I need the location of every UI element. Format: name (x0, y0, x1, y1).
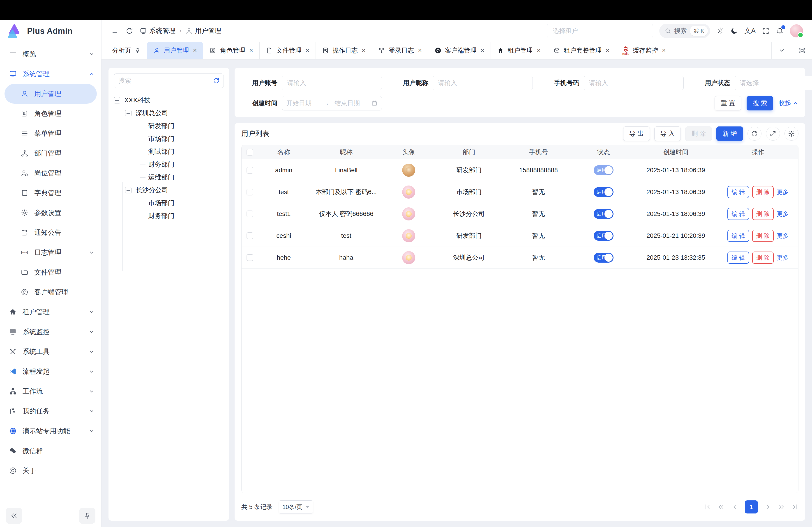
pin-icon[interactable] (135, 48, 141, 54)
close-icon[interactable]: × (362, 47, 365, 54)
collapse-filters-link[interactable]: 收起 (779, 99, 798, 107)
tree-node-shenzhen-hq[interactable]: 深圳总公司 (114, 107, 224, 119)
tree-refresh-button[interactable] (209, 74, 223, 88)
delete-button[interactable]: 删 除 (685, 126, 712, 141)
row-checkbox[interactable] (247, 189, 253, 195)
status-toggle[interactable]: 启用 (594, 253, 613, 262)
edit-button[interactable]: 编 辑 (727, 230, 749, 242)
translate-icon[interactable]: 文A (744, 26, 756, 35)
close-icon[interactable]: × (249, 47, 253, 54)
sidebar-item-wechat-group[interactable]: 微信群 (0, 441, 101, 461)
tab-file-management[interactable]: 文件管理 × (259, 42, 316, 59)
tree-search-input[interactable] (114, 74, 209, 88)
notification-bell-icon[interactable] (776, 27, 784, 35)
search-button[interactable]: 搜 索 (746, 96, 773, 110)
next-page-button[interactable] (765, 503, 771, 510)
settings-gear-icon[interactable] (716, 27, 724, 35)
tab-list-chevron-button[interactable] (771, 42, 792, 59)
select-all-checkbox[interactable] (247, 149, 253, 155)
delete-row-button[interactable]: 删 除 (752, 186, 774, 198)
tab-role-management[interactable]: 角色管理 × (203, 42, 259, 59)
close-icon[interactable]: × (306, 47, 309, 54)
nickname-input[interactable] (433, 76, 533, 90)
sidebar-item-client-management[interactable]: 客户端管理 (0, 282, 101, 302)
sidebar-item-system-monitor[interactable]: 系统监控 (0, 322, 101, 342)
tree-node-rd-dept[interactable]: 研发部门 (114, 119, 224, 132)
row-checkbox[interactable] (247, 254, 253, 261)
row-checkbox[interactable] (247, 211, 253, 217)
date-range-picker[interactable]: 开始日期 → 结束日期 (282, 96, 382, 110)
current-page-button[interactable]: 1 (745, 500, 758, 513)
table-refresh-button[interactable] (748, 127, 762, 141)
user-avatar[interactable] (790, 24, 803, 37)
tree-node-cs-market-dept[interactable]: 市场部门 (114, 197, 224, 209)
sidebar-item-notice[interactable]: 通知公告 (0, 223, 101, 243)
breadcrumb-user-management[interactable]: 用户管理 (186, 26, 221, 35)
collapse-box-icon[interactable] (125, 187, 131, 193)
status-toggle[interactable]: 启用 (594, 187, 613, 197)
collapse-box-icon[interactable] (125, 110, 131, 116)
next-5-pages-button[interactable] (778, 503, 785, 510)
sidebar-item-file-management[interactable]: 文件管理 (0, 262, 101, 282)
add-button[interactable]: 新 增 (716, 126, 743, 141)
sidebar-item-role-management[interactable]: 角色管理 (0, 104, 101, 123)
sidebar-item-about[interactable]: 关于 (0, 461, 101, 481)
delete-row-button[interactable]: 删 除 (752, 230, 774, 242)
edit-button[interactable]: 编 辑 (727, 252, 749, 264)
sidebar-item-menu-management[interactable]: 菜单管理 (0, 123, 101, 144)
sidebar-pin-button[interactable] (79, 508, 96, 524)
tree-node-cs-finance-dept[interactable]: 财务部门 (114, 209, 224, 222)
more-link[interactable]: 更多 (777, 254, 788, 262)
sidebar-item-user-management[interactable]: 用户管理 (4, 84, 97, 104)
tree-node-changsha-branch[interactable]: 长沙分公司 (114, 184, 224, 197)
more-link[interactable]: 更多 (777, 210, 788, 218)
sidebar-item-log-management[interactable]: DEV 日志管理 (0, 243, 101, 262)
dark-mode-moon-icon[interactable] (730, 27, 738, 35)
last-page-button[interactable] (792, 503, 798, 510)
close-icon[interactable]: × (193, 47, 197, 54)
global-search-button[interactable]: 搜索 ⌘ K (659, 24, 710, 38)
first-page-button[interactable] (704, 503, 711, 510)
sidebar-collapse-button[interactable] (6, 508, 22, 524)
sidebar-item-my-tasks[interactable]: 我的任务 (0, 401, 101, 421)
row-checkbox[interactable] (247, 167, 253, 174)
import-button[interactable]: 导 入 (654, 126, 681, 141)
tenant-select-input[interactable] (547, 24, 653, 38)
edit-button[interactable]: 编 辑 (727, 186, 749, 198)
tree-node-test-dept[interactable]: 测试部门 (114, 145, 224, 158)
collapse-box-icon[interactable] (114, 97, 120, 104)
edit-button[interactable]: 编 辑 (727, 208, 749, 220)
tab-client-management[interactable]: 客户端管理 × (428, 42, 491, 59)
tab-tenant-management[interactable]: 租户管理 × (491, 42, 547, 59)
phone-input[interactable] (584, 76, 684, 90)
sidebar-item-workflow[interactable]: 工作流 (0, 381, 101, 401)
breadcrumb-system-management[interactable]: 系统管理 (140, 26, 175, 35)
status-select[interactable]: 请选择 (735, 76, 812, 90)
sidebar-item-demo-features[interactable]: 演示站专用功能 (0, 421, 101, 441)
sidebar-item-post-management[interactable]: 岗位管理 (0, 163, 101, 183)
tab-analysis[interactable]: 分析页 (105, 42, 147, 59)
tree-node-market-dept[interactable]: 市场部门 (114, 132, 224, 145)
close-icon[interactable]: × (662, 47, 666, 54)
sidebar-item-param-settings[interactable]: 参数设置 (0, 203, 101, 223)
close-icon[interactable]: × (418, 47, 422, 54)
sidebar-item-overview[interactable]: 概览 (0, 44, 101, 64)
page-size-select[interactable]: 10条/页 (279, 500, 313, 513)
tab-cache-monitor[interactable]: redis 缓存监控 × (616, 42, 672, 59)
reset-button[interactable]: 重 置 (714, 96, 741, 110)
tree-node-ops-dept[interactable]: 运维部门 (114, 171, 224, 184)
tab-tenant-package[interactable]: 租户套餐管理 × (547, 42, 616, 59)
table-settings-button[interactable] (784, 127, 798, 141)
refresh-icon[interactable] (126, 27, 133, 34)
status-toggle[interactable]: 启用 (594, 209, 613, 219)
tree-node-company[interactable]: XXX科技 (114, 94, 224, 107)
close-icon[interactable]: × (481, 47, 484, 54)
sidebar-item-system-management[interactable]: 系统管理 (0, 64, 101, 84)
status-toggle[interactable]: 启用 (594, 231, 613, 241)
account-input[interactable] (282, 76, 382, 90)
table-fullscreen-button[interactable] (766, 127, 780, 141)
delete-row-button[interactable]: 删 除 (752, 208, 774, 220)
more-link[interactable]: 更多 (777, 232, 788, 240)
delete-row-button[interactable]: 删 除 (752, 252, 774, 264)
more-link[interactable]: 更多 (777, 188, 788, 196)
